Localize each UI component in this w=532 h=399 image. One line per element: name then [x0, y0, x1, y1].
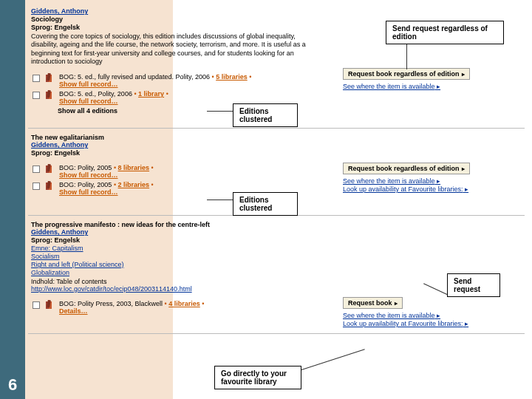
toc-url-link[interactable]: http://www.loc.gov/catdir/toc/ecip048/20…	[31, 285, 192, 293]
library-count-link[interactable]: 8 libraries	[118, 164, 150, 171]
record-desc: Covering the core topics of sociology, t…	[31, 33, 312, 66]
record-lang: Sprog: Engelsk	[31, 149, 312, 157]
record-left: Giddens, Anthony Sociology Sprog: Engels…	[31, 7, 312, 115]
record-right: Request book regardless of edition▸ See …	[343, 163, 520, 193]
callout-send-regardless: Send request regardless of edition	[386, 21, 504, 44]
left-strip: 6	[0, 0, 25, 399]
chevron-right-icon: ▸	[395, 300, 398, 307]
edition-text: BOG: Polity, 2005 • 8 libraries • Show f…	[59, 164, 312, 179]
slide-number: 6	[0, 375, 25, 395]
record-lang: Sprog: Engelsk	[31, 236, 312, 244]
chevron-right-icon: ▸	[462, 71, 465, 78]
show-full-record-link[interactable]: Show full record…	[59, 81, 118, 88]
availability-link[interactable]: See where the item is available ▸	[343, 83, 520, 90]
edition-row: BOG: Polity Press, 2003, Blackwell • 4 l…	[31, 300, 312, 315]
edition-checkbox[interactable]	[33, 92, 40, 99]
favourite-libraries-link[interactable]: Look up availability at Favourite librar…	[343, 320, 520, 327]
book-icon	[44, 181, 55, 191]
record-author-link[interactable]: Giddens, Anthony	[31, 141, 88, 149]
edition-row: BOG: 5. ed., fully revised and updated. …	[31, 73, 312, 88]
edition-text: BOG: 5. ed., fully revised and updated. …	[59, 73, 312, 88]
request-button[interactable]: Request book▸	[343, 297, 403, 309]
record-title: The new egalitarianism	[31, 134, 312, 141]
library-count-link[interactable]: 2 libraries	[118, 181, 150, 188]
record-left: The progressive manifesto : new ideas fo…	[31, 221, 312, 315]
callout-editions-clustered-2: Editions clustered	[233, 192, 298, 216]
show-full-record-link[interactable]: Show full record…	[59, 188, 118, 196]
callout-line	[301, 349, 365, 370]
library-count-link[interactable]: 1 library	[138, 90, 164, 98]
availability-link[interactable]: See where the item is available ▸	[343, 312, 520, 319]
book-icon	[44, 73, 55, 83]
favourite-libraries-link[interactable]: Look up availability at Favourite librar…	[343, 185, 520, 193]
subject-link[interactable]: Right and left (Political science)	[31, 261, 312, 268]
edition-text: BOG: Polity Press, 2003, Blackwell • 4 l…	[59, 300, 312, 315]
edition-checkbox[interactable]	[33, 75, 40, 82]
record-title-link[interactable]: Giddens, Anthony	[31, 7, 88, 15]
request-button[interactable]: Request book regardless of edition▸	[343, 163, 470, 174]
callout-line	[207, 200, 233, 200]
callout-editions-clustered-1: Editions clustered	[233, 103, 298, 127]
edition-checkbox[interactable]	[33, 183, 40, 190]
subject-link[interactable]: Socialism	[31, 253, 312, 260]
callout-line	[406, 44, 407, 69]
record-right: Request book▸ See where the item is avai…	[343, 297, 520, 327]
edition-checkbox[interactable]	[33, 301, 40, 309]
record-right: Request book regardless of edition▸ See …	[343, 68, 520, 90]
record-author-link[interactable]: Giddens, Anthony	[31, 228, 88, 236]
editions-list: BOG: Polity Press, 2003, Blackwell • 4 l…	[31, 300, 312, 315]
callout-go-to-library: Go directly to your favourite library	[214, 366, 301, 389]
request-button[interactable]: Request book regardless of edition▸	[343, 68, 470, 80]
callout-send-request: Send request	[447, 273, 500, 297]
edition-row: BOG: Polity, 2005 • 8 libraries • Show f…	[31, 164, 312, 179]
editions-list: BOG: Polity, 2005 • 8 libraries • Show f…	[31, 164, 312, 196]
subject-link[interactable]: Globalization	[31, 269, 312, 276]
book-icon	[44, 90, 55, 100]
library-count-link[interactable]: 4 libraries	[168, 300, 200, 307]
record-heading: Sociology	[31, 16, 312, 23]
subject-link[interactable]: Emne: Capitalism	[31, 245, 312, 252]
chevron-right-icon: ▸	[462, 166, 465, 172]
show-full-record-link[interactable]: Show full record…	[59, 171, 118, 179]
details-link[interactable]: Details…	[59, 307, 88, 315]
callout-line	[207, 111, 233, 112]
library-count-link[interactable]: 5 libraries	[216, 73, 248, 81]
edition-row: BOG: 5. ed., Polity, 2006 • 1 library • …	[31, 90, 312, 105]
edition-text: BOG: 5. ed., Polity, 2006 • 1 library • …	[59, 90, 312, 105]
show-full-record-link[interactable]: Show full record…	[59, 98, 118, 105]
record-title: The progressive manifesto : new ideas fo…	[31, 221, 312, 228]
contents-label: Indhold: Table of contents	[31, 278, 312, 285]
book-icon	[44, 300, 55, 310]
edition-checkbox[interactable]	[33, 166, 40, 173]
book-icon	[44, 164, 55, 174]
record-left: The new egalitarianism Giddens, Anthony …	[31, 134, 312, 196]
availability-link[interactable]: See where the item is available ▸	[343, 177, 520, 185]
record-lang: Sprog: Engelsk	[31, 24, 312, 31]
